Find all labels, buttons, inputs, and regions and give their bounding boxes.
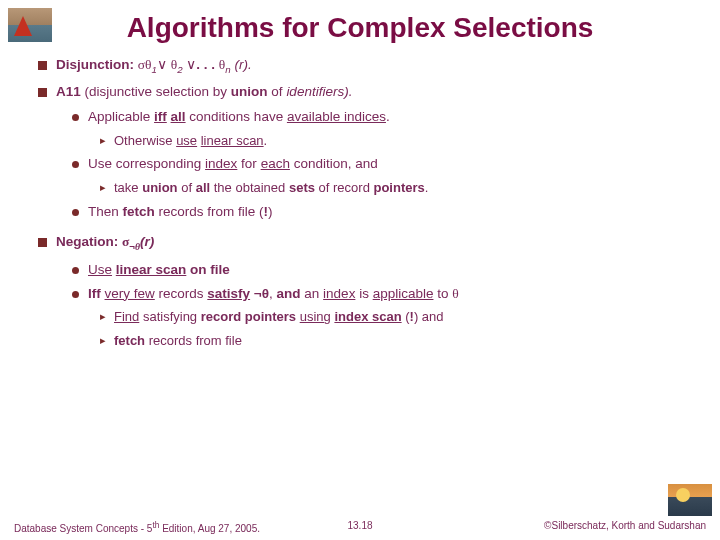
cover-thumbnail-bottom: [668, 484, 712, 516]
neg-find-pointers: Find satisfying record pointers using in…: [100, 310, 690, 324]
footer-page-number: 13.18: [347, 520, 372, 531]
bullet-negation: Negation: σ¬θ(r): [38, 235, 690, 252]
neg-linear-scan: Use linear scan on file: [72, 263, 690, 278]
cover-thumbnail-top: [8, 8, 52, 42]
slide-footer: Database System Concepts - 5th Edition, …: [0, 520, 720, 534]
a11-take-union: take union of all the obtained sets of r…: [100, 181, 690, 195]
a11-applicable: Applicable iff all conditions have avail…: [72, 110, 690, 125]
bullet-disjunction: Disjunction: σθ1∨ θ2 ∨. . . θn (r).: [38, 58, 690, 75]
neg-iff-few: Iff very few records satisfy ¬θ, and an …: [72, 287, 690, 302]
neg-fetch-records: fetch records from file: [100, 334, 690, 348]
slide-title: Algorithms for Complex Selections: [0, 12, 720, 44]
footer-left: Database System Concepts - 5th Edition, …: [14, 520, 260, 534]
footer-right: ©Silberschatz, Korth and Sudarshan: [544, 520, 706, 534]
a11-fetch: Then fetch records from file (!): [72, 205, 690, 220]
slide-content: Disjunction: σθ1∨ θ2 ∨. . . θn (r). A11 …: [0, 58, 720, 348]
a11-otherwise: Otherwise use linear scan.: [100, 134, 690, 148]
bullet-a11: A11 (disjunctive selection by union of i…: [38, 85, 690, 100]
a11-use-index: Use corresponding index for each conditi…: [72, 157, 690, 172]
